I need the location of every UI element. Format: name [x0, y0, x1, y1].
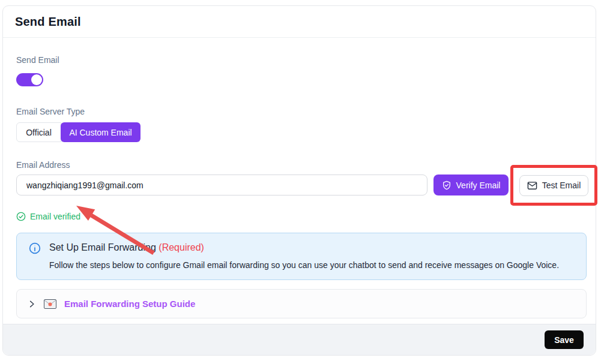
check-circle-icon [16, 212, 26, 221]
red-highlight-box: Test Email [510, 165, 597, 206]
chevron-right-icon [28, 300, 36, 308]
send-email-label: Send Email [16, 54, 587, 67]
info-content: Set Up Email Forwarding (Required) Follo… [49, 241, 559, 271]
email-address-input[interactable] [16, 175, 427, 195]
card-body: Send Email Email Server Type Official AI… [3, 54, 596, 318]
verify-email-label: Verify Email [456, 181, 501, 190]
server-type-ai-custom-button[interactable]: AI Custom Email [61, 122, 140, 142]
info-required-text: (Required) [159, 242, 204, 252]
email-forwarding-info-box: Set Up Email Forwarding (Required) Follo… [16, 233, 587, 280]
email-server-type-label: Email Server Type [16, 106, 587, 118]
email-envelope-emoji-icon [44, 299, 56, 309]
info-icon [29, 242, 41, 271]
card-footer: Save [3, 324, 596, 355]
page: Send Email Send Email Email Server Type … [0, 0, 601, 364]
card-header: Send Email [3, 6, 596, 38]
email-address-label: Email Address [16, 159, 587, 172]
server-type-official-button[interactable]: Official [16, 122, 61, 142]
test-email-button[interactable]: Test Email [519, 175, 588, 196]
shield-check-icon [442, 181, 452, 190]
send-email-card: Send Email Send Email Email Server Type … [2, 5, 596, 356]
page-title: Send Email [15, 15, 81, 29]
email-server-type-segmented: Official AI Custom Email [16, 122, 140, 142]
envelope-icon [527, 181, 537, 190]
info-title-text: Set Up Email Forwarding [49, 242, 159, 252]
email-verified-text: Email verified [30, 212, 80, 221]
verify-email-button[interactable]: Verify Email [433, 175, 509, 195]
info-description: Follow the steps below to configure Gmai… [49, 260, 559, 271]
test-email-label: Test Email [542, 181, 581, 190]
email-input-row: Verify Email Test Email [16, 175, 597, 206]
toggle-knob [31, 74, 42, 85]
email-verified-status: Email verified [16, 212, 587, 221]
guide-label: Email Forwarding Setup Guide [64, 299, 195, 309]
send-email-toggle[interactable] [16, 73, 43, 86]
email-forwarding-setup-guide-accordion[interactable]: Email Forwarding Setup Guide [16, 289, 587, 318]
info-title: Set Up Email Forwarding (Required) [49, 241, 559, 254]
save-button[interactable]: Save [545, 330, 584, 349]
